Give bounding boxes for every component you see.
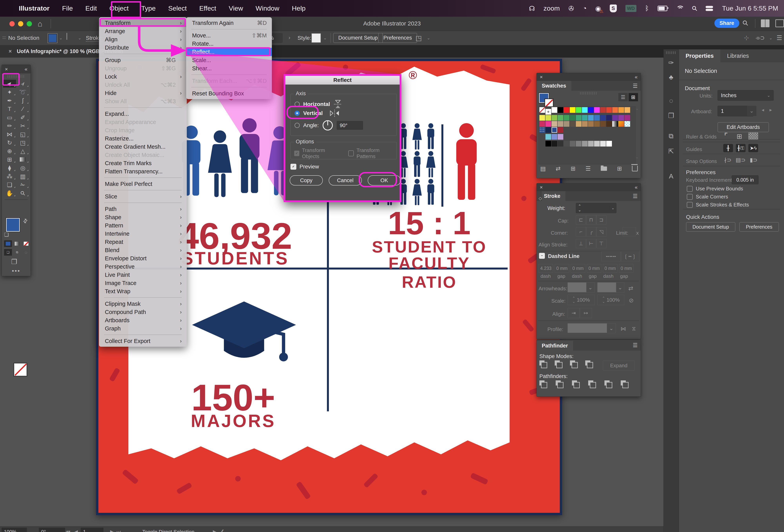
arrowhead-start-swatch[interactable] <box>568 283 586 292</box>
hand-tool[interactable]: ✋ <box>3 189 16 197</box>
column-graph-tool[interactable]: ▥ <box>16 172 29 180</box>
swatch[interactable] <box>594 115 600 121</box>
menu-item[interactable]: Live Paint › <box>99 271 187 279</box>
transform-objects-checkbox[interactable]: ✓ <box>294 151 299 156</box>
snap-icon[interactable]: ▤⊃ <box>735 157 746 163</box>
brushes-panel-icon[interactable]: ✑ <box>664 59 679 67</box>
mesh-tool[interactable]: ⊞ <box>3 155 16 164</box>
swatch[interactable] <box>606 121 612 127</box>
swatch[interactable]: ⌖ <box>545 109 551 115</box>
arrowhead-end-swatch[interactable] <box>597 283 616 292</box>
trim-icon[interactable] <box>556 380 563 388</box>
lasso-tool[interactable]: ➰ <box>16 88 29 96</box>
swatch[interactable] <box>570 107 576 113</box>
smart-guides-icon[interactable]: ➤ϟ <box>748 144 758 152</box>
menu-item[interactable]: Arrange › <box>99 27 187 35</box>
scroll-up-icon[interactable]: ⌃ <box>636 108 638 112</box>
horizontal-label[interactable]: Horizontal <box>303 101 330 107</box>
new-swatch-icon[interactable]: ⊞ <box>617 165 622 172</box>
submenu-item[interactable]: Reflect... <box>186 48 272 56</box>
dash-field[interactable]: 0 mm <box>603 264 617 273</box>
menu-item[interactable]: Unlock All ⌥⌘2 <box>99 81 187 89</box>
swatch[interactable] <box>570 115 576 121</box>
align-stroke-button[interactable]: ⊢ <box>586 239 596 248</box>
align-icon[interactable]: ⊹ <box>744 34 749 41</box>
corner-button[interactable]: ⌐ <box>576 227 586 236</box>
menu-item[interactable]: Slice › <box>99 193 187 201</box>
color-mode-button[interactable] <box>4 240 12 247</box>
menu-item[interactable]: Shape › <box>99 213 187 221</box>
checkbox[interactable] <box>687 194 693 200</box>
swatch[interactable] <box>588 121 594 127</box>
dash-align-button[interactable]: ❲╍❳ <box>621 252 639 261</box>
swatch[interactable] <box>624 115 630 121</box>
limit-field[interactable] <box>622 227 636 236</box>
free-transform-tool[interactable]: ◳ <box>16 139 29 147</box>
sophos-shield-icon[interactable]: S <box>610 4 617 12</box>
cancel-button[interactable]: Cancel <box>329 175 362 185</box>
submenu-item[interactable]: Transform Again ⌘D <box>186 19 272 27</box>
status-chevron-icon[interactable]: ❮ <box>220 529 224 532</box>
workspace-layout-icon[interactable] <box>761 20 769 27</box>
ok-button[interactable]: OK <box>368 175 401 185</box>
swatch[interactable] <box>594 107 600 113</box>
menu-item[interactable]: Intertwine › <box>99 230 187 238</box>
tab-libraries[interactable]: Libraries <box>720 49 755 62</box>
divide-icon[interactable] <box>539 380 547 388</box>
layers-panel-icon[interactable]: ⧉ <box>664 132 679 140</box>
submenu-item[interactable]: Scale... <box>186 56 272 64</box>
menu-item[interactable]: Distribute › <box>99 43 187 52</box>
swatch[interactable] <box>612 121 618 127</box>
chevron-down-icon[interactable]: ⌄ <box>769 36 773 40</box>
close-panel-icon[interactable]: × <box>540 74 543 80</box>
menu-item[interactable]: Rasterize... <box>99 135 187 143</box>
cycle-icon[interactable]: ◇ <box>537 196 542 201</box>
flip-across-icon[interactable]: ⋈ <box>620 326 626 332</box>
fill-color-swatch[interactable] <box>48 33 57 43</box>
gradient-tool[interactable] <box>16 155 29 164</box>
minus-front-icon[interactable] <box>555 360 562 368</box>
swatch[interactable] <box>558 107 563 113</box>
swatch-kinds-icon[interactable]: ⊞ <box>570 165 576 172</box>
swatch[interactable] <box>582 107 588 113</box>
menu-item[interactable]: Create Trim Marks <box>99 159 187 167</box>
submenu-item[interactable]: Shear... <box>186 64 272 72</box>
bluetooth-icon[interactable]: ᛒ <box>645 4 649 12</box>
angle-label[interactable]: Angle: <box>303 122 319 128</box>
minus-back-icon[interactable] <box>621 380 628 388</box>
type-tool[interactable]: T <box>3 105 16 113</box>
swap-arrowheads-icon[interactable]: ⇄ <box>628 285 633 292</box>
swatch[interactable] <box>539 121 545 127</box>
menu-item[interactable]: Make Pixel Perfect <box>99 180 187 188</box>
chevron-down-icon[interactable]: ⌄ <box>607 323 616 333</box>
swatch[interactable] <box>600 121 606 127</box>
none-mode-button[interactable] <box>22 240 30 247</box>
swap-fill-stroke-icon[interactable]: ⇄ <box>21 217 29 225</box>
swatch[interactable] <box>612 107 618 113</box>
angle-dial[interactable] <box>322 120 333 131</box>
reflect-tool[interactable]: ⋈ <box>3 130 16 138</box>
menu-edit[interactable]: Edit <box>79 0 103 17</box>
screen-mode-icon[interactable]: ❐ <box>11 258 17 266</box>
magic-wand-tool[interactable]: ✦ <box>3 88 16 96</box>
swatch[interactable] <box>564 115 569 121</box>
spotlight-icon[interactable]: ⚲ <box>690 4 699 13</box>
menu-item[interactable]: Create Gradient Mesh... <box>99 143 187 151</box>
swatch[interactable] <box>594 121 600 127</box>
blend-tool[interactable]: ◎ <box>16 164 29 172</box>
dash-field[interactable]: 0 mm <box>587 264 601 273</box>
swatch[interactable] <box>539 134 545 140</box>
edit-toolbar-icon[interactable]: ••• <box>2 268 31 274</box>
zoom-app-label[interactable]: zoom <box>543 4 560 12</box>
scale-tool[interactable]: ◱ <box>16 130 29 138</box>
swatch[interactable] <box>564 121 569 127</box>
swatch[interactable] <box>545 115 551 121</box>
prev-artboard-icon[interactable]: ◀ <box>762 108 764 112</box>
panel-menu-icon[interactable]: ☰ <box>633 342 638 349</box>
dash-preserve-button[interactable]: ╍╍╍ <box>601 252 621 261</box>
app-menu[interactable]: Illustrator <box>12 0 56 17</box>
expand-button[interactable]: Expand <box>603 360 635 371</box>
swatch[interactable] <box>576 121 582 127</box>
menu-item[interactable]: Hide › <box>99 89 187 97</box>
last-artboard-icon[interactable]: ⏭ <box>116 529 121 532</box>
